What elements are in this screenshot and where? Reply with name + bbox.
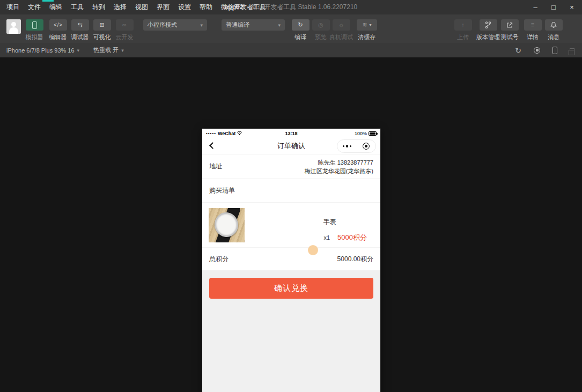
float-window-icon[interactable]	[570, 48, 574, 53]
chevron-down-icon: ▾	[121, 48, 124, 53]
menu-tools[interactable]: 工具	[67, 3, 88, 12]
device-debug-label: 真机调试	[329, 33, 353, 41]
address-label: 地址	[209, 162, 222, 171]
details-button[interactable]: ≡ 详情	[521, 19, 544, 41]
product-quantity: x1	[323, 234, 330, 241]
menu-settings[interactable]: 设置	[174, 3, 195, 12]
menu-view[interactable]: 视图	[131, 3, 152, 12]
titlebar: 项目 文件 编辑 工具 转到 选择 视图 界面 设置 帮助 微信开发者工具 ap…	[0, 0, 582, 14]
avatar-person-icon	[11, 22, 16, 27]
address-value: 陈先生 13823877777 梅江区龙华花园(龙华路东)	[305, 158, 373, 175]
menu-devtools[interactable]: 微信开发者工具	[217, 3, 270, 12]
debug-arrows-icon: ⇆	[71, 19, 89, 31]
close-icon[interactable]: ×	[563, 0, 581, 14]
clear-cache-button[interactable]: ≋▾ 清缓存	[354, 19, 380, 41]
signal-dots-icon: •••••	[206, 131, 216, 136]
upload-button[interactable]: ↑ 上传	[451, 19, 475, 41]
cloud-dev-button[interactable]: ∞ 云开发	[113, 19, 136, 41]
debugger-label: 调试器	[71, 33, 89, 41]
carrier-area: ••••• WeChat	[206, 131, 263, 136]
editor-button[interactable]: </> 编辑器	[46, 19, 70, 41]
menu-select[interactable]: 选择	[109, 3, 131, 12]
version-manage-label: 版本管理	[476, 33, 500, 41]
address-row[interactable]: 地址 陈先生 13823877777 梅江区龙华花园(龙华路东)	[202, 154, 380, 179]
rotate-screen-icon[interactable]: ↻	[515, 47, 521, 54]
contact-line: 陈先生 13823877777	[305, 158, 373, 167]
hot-reload-value: 热重载 开	[93, 46, 119, 54]
device-bar: iPhone 6/7/8 Plus 93% 16 ▾ 热重载 开 ▾ ↻	[0, 43, 582, 57]
device-select-dropdown[interactable]: iPhone 6/7/8 Plus 93% 16 ▾	[6, 47, 79, 54]
capsule-menu	[337, 139, 376, 153]
editor-label: 编辑器	[49, 33, 67, 41]
device-frame-icon[interactable]	[552, 47, 557, 54]
git-branch-icon	[480, 19, 497, 31]
visualization-label: 可视化	[93, 33, 111, 41]
battery-icon	[369, 131, 377, 136]
menu-interface[interactable]: 界面	[152, 3, 174, 12]
device-select-value: iPhone 6/7/8 Plus 93% 16	[6, 47, 75, 54]
user-avatar[interactable]	[6, 19, 21, 34]
cloud-dev-label: 云开发	[116, 33, 134, 41]
menu-project[interactable]: 项目	[2, 3, 24, 12]
phone-icon	[26, 19, 43, 31]
test-account-label: 测试号	[501, 33, 519, 41]
preview-label: 预览	[315, 33, 327, 41]
battery-percent: 100%	[355, 131, 367, 136]
battery-area: 100%	[320, 131, 377, 136]
confirm-exchange-button[interactable]: 确认兑换	[209, 278, 373, 299]
messages-button[interactable]: 消息	[542, 19, 565, 41]
chevron-down-icon: ▾	[200, 23, 203, 28]
menu-file[interactable]: 文件	[24, 3, 45, 12]
cloud-icon: ∞	[116, 19, 134, 31]
maximize-icon[interactable]: □	[544, 0, 563, 14]
more-options-icon[interactable]	[337, 145, 357, 147]
simulator-canvas: ••••• WeChat 13:18 100% 订单确认	[0, 57, 582, 392]
minimize-icon[interactable]: –	[526, 0, 544, 14]
device-debug-button[interactable]: ☼ 真机调试	[327, 19, 355, 41]
nav-bar: 订单确认	[202, 138, 380, 154]
product-row: 手表 x1 5000积分	[202, 203, 380, 248]
layers-icon: ≋▾	[357, 19, 377, 31]
hot-reload-dropdown[interactable]: 热重载 开 ▾	[93, 46, 124, 54]
test-account-button[interactable]: 测试号	[497, 19, 522, 41]
menu-help[interactable]: 帮助	[195, 3, 217, 12]
bell-icon	[545, 19, 563, 31]
carrier-name: WeChat	[218, 131, 235, 136]
back-icon[interactable]	[209, 142, 216, 149]
qty-points: x1 5000积分	[323, 233, 367, 242]
chevron-down-icon: ▾	[77, 48, 80, 53]
mode-select-dropdown[interactable]: 小程序模式 ▾	[143, 19, 207, 31]
wechat-devtools-window: { "window": { "menu_items": ["项目","文件","…	[0, 0, 582, 392]
visualization-button[interactable]: ⊞ 可视化	[90, 19, 114, 41]
code-icon: </>	[49, 19, 67, 31]
product-image	[209, 208, 245, 242]
messages-label: 消息	[548, 33, 559, 41]
simulator-button[interactable]: 模拟器	[23, 19, 46, 41]
refresh-icon: ↻	[292, 19, 310, 31]
total-row: 总积分 5000.00积分	[202, 248, 380, 270]
total-value: 5000.00积分	[337, 255, 373, 264]
bug-icon: ☼	[333, 19, 350, 31]
device-bar-actions: ↻	[515, 43, 574, 57]
address-line: 梅江区龙华花园(龙华路东)	[305, 167, 373, 175]
status-time: 13:18	[263, 131, 320, 136]
layout-grid-icon: ⊞	[93, 19, 111, 31]
menu-goto[interactable]: 转到	[88, 3, 109, 12]
chevron-down-icon: ▾	[370, 23, 372, 27]
compile-label: 编译	[294, 33, 306, 41]
total-label: 总积分	[209, 255, 229, 264]
clear-cache-label: 清缓存	[358, 33, 376, 41]
chevron-down-icon: ▾	[278, 23, 281, 28]
purchase-list-header: 购买清单	[202, 179, 380, 203]
touch-indicator	[308, 245, 318, 255]
external-link-icon	[501, 19, 519, 31]
phone-simulator: ••••• WeChat 13:18 100% 订单确认	[202, 129, 380, 392]
toolbar: 模拟器 </> 编辑器 ⇆ 调试器 ⊞ 可视化 ∞ 云开发 小程序模式 ▾ 普通…	[0, 14, 582, 43]
exit-miniprogram-icon[interactable]	[357, 143, 376, 150]
debugger-button[interactable]: ⇆ 调试器	[68, 19, 92, 41]
record-icon[interactable]	[534, 47, 540, 54]
product-name: 手表	[323, 218, 336, 227]
upload-label: 上传	[457, 33, 469, 41]
menu-edit[interactable]: 编辑	[45, 3, 67, 12]
compile-mode-dropdown[interactable]: 普通编译 ▾	[222, 19, 285, 31]
